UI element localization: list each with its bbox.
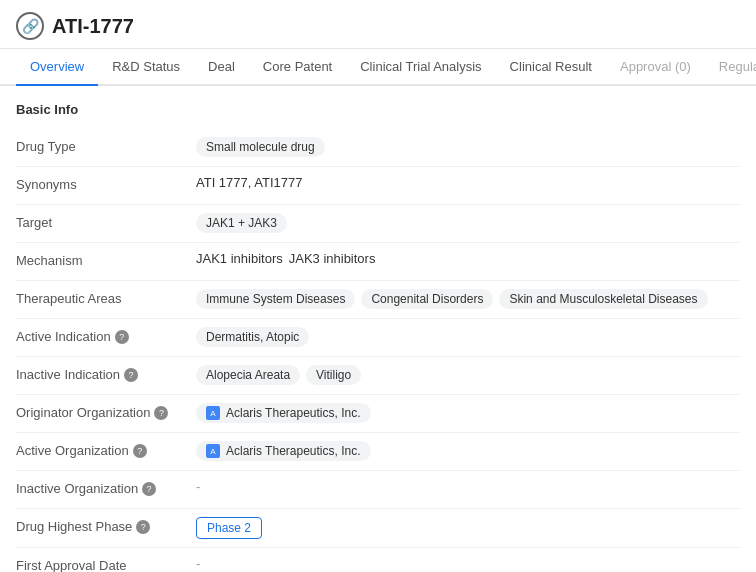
tab-rd-status[interactable]: R&D Status (98, 49, 194, 86)
drug-icon: 🔗 (16, 12, 44, 40)
label-mechanism: Mechanism (16, 251, 196, 268)
tag-dermatitis: Dermatitis, Atopic (196, 327, 309, 347)
tag-congenital: Congenital Disorders (361, 289, 493, 309)
label-synonyms: Synonyms (16, 175, 196, 192)
label-drug-highest-phase: Drug Highest Phase ? (16, 517, 196, 534)
value-originator-org: A Aclaris Therapeutics, Inc. (196, 403, 740, 423)
label-therapeutic-areas: Therapeutic Areas (16, 289, 196, 306)
value-therapeutic-areas: Immune System Diseases Congenital Disord… (196, 289, 740, 309)
value-target: JAK1 + JAK3 (196, 213, 740, 233)
label-first-approval: First Approval Date (16, 556, 196, 572)
row-drug-highest-phase: Drug Highest Phase ? Phase 2 (16, 509, 740, 548)
tab-overview[interactable]: Overview (16, 49, 98, 86)
mechanism-jak1: JAK1 inhibitors (196, 251, 283, 266)
label-originator-org: Originator Organization ? (16, 403, 196, 420)
help-icon-active-indication[interactable]: ? (115, 330, 129, 344)
inactive-org-dash: - (196, 479, 200, 494)
row-originator-org: Originator Organization ? A Aclaris Ther… (16, 395, 740, 433)
label-active-org: Active Organization ? (16, 441, 196, 458)
page-title: ATI-1777 (52, 15, 134, 38)
help-icon-active-org[interactable]: ? (133, 444, 147, 458)
synonyms-text: ATI 1777, ATI1777 (196, 175, 302, 190)
tab-core-patent[interactable]: Core Patent (249, 49, 346, 86)
page-header: 🔗 ATI-1777 (0, 0, 756, 49)
label-inactive-org: Inactive Organization ? (16, 479, 196, 496)
section-title: Basic Info (16, 102, 740, 117)
tab-approval: Approval (0) (606, 49, 705, 86)
mechanism-jak3: JAK3 inhibitors (289, 251, 376, 266)
tab-clinical-trial[interactable]: Clinical Trial Analysis (346, 49, 495, 86)
tab-clinical-result[interactable]: Clinical Result (496, 49, 606, 86)
value-active-org: A Aclaris Therapeutics, Inc. (196, 441, 740, 461)
label-drug-type: Drug Type (16, 137, 196, 154)
help-icon-inactive-org[interactable]: ? (142, 482, 156, 496)
value-drug-highest-phase: Phase 2 (196, 517, 740, 539)
value-drug-type: Small molecule drug (196, 137, 740, 157)
row-active-indication: Active Indication ? Dermatitis, Atopic (16, 319, 740, 357)
content-area: Basic Info Drug Type Small molecule drug… (0, 86, 756, 572)
help-icon-inactive-indication[interactable]: ? (124, 368, 138, 382)
row-therapeutic-areas: Therapeutic Areas Immune System Diseases… (16, 281, 740, 319)
row-inactive-org: Inactive Organization ? - (16, 471, 740, 509)
label-active-indication: Active Indication ? (16, 327, 196, 344)
tag-small-molecule: Small molecule drug (196, 137, 325, 157)
tag-skin: Skin and Musculoskeletal Diseases (499, 289, 707, 309)
tag-alopecia: Alopecia Areata (196, 365, 300, 385)
tag-vitiligo: Vitiligo (306, 365, 361, 385)
row-first-approval: First Approval Date - (16, 548, 740, 572)
first-approval-dash: - (196, 556, 200, 571)
label-inactive-indication: Inactive Indication ? (16, 365, 196, 382)
row-synonyms: Synonyms ATI 1777, ATI1777 (16, 167, 740, 205)
row-mechanism: Mechanism JAK1 inhibitors JAK3 inhibitor… (16, 243, 740, 281)
help-icon-drug-phase[interactable]: ? (136, 520, 150, 534)
value-first-approval: - (196, 556, 740, 571)
tag-originator-aclaris[interactable]: A Aclaris Therapeutics, Inc. (196, 403, 371, 423)
value-inactive-indication: Alopecia Areata Vitiligo (196, 365, 740, 385)
tab-deal[interactable]: Deal (194, 49, 249, 86)
row-active-org: Active Organization ? A Aclaris Therapeu… (16, 433, 740, 471)
value-active-indication: Dermatitis, Atopic (196, 327, 740, 347)
value-mechanism: JAK1 inhibitors JAK3 inhibitors (196, 251, 740, 266)
value-inactive-org: - (196, 479, 740, 494)
label-target: Target (16, 213, 196, 230)
tag-active-aclaris[interactable]: A Aclaris Therapeutics, Inc. (196, 441, 371, 461)
value-synonyms: ATI 1777, ATI1777 (196, 175, 740, 190)
org-logo-icon: A (206, 406, 220, 420)
tab-regulation: Regulation (0) (705, 49, 756, 86)
nav-tabs: Overview R&D Status Deal Core Patent Cli… (0, 49, 756, 86)
row-target: Target JAK1 + JAK3 (16, 205, 740, 243)
tag-immune: Immune System Diseases (196, 289, 355, 309)
tag-phase2: Phase 2 (196, 517, 262, 539)
row-drug-type: Drug Type Small molecule drug (16, 129, 740, 167)
org-logo-icon-2: A (206, 444, 220, 458)
row-inactive-indication: Inactive Indication ? Alopecia Areata Vi… (16, 357, 740, 395)
tag-target[interactable]: JAK1 + JAK3 (196, 213, 287, 233)
help-icon-originator-org[interactable]: ? (154, 406, 168, 420)
